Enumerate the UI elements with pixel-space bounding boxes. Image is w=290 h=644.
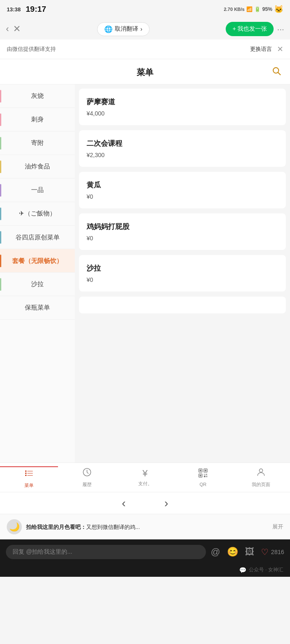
next-page-button[interactable]: › — [158, 493, 175, 513]
translation-provider: 由微信提供翻译支持 — [7, 45, 56, 53]
sidebar-item-label: 沙拉 — [31, 280, 44, 288]
status-time-1: 13:38 — [7, 6, 21, 13]
menu-item-title-2: 二次会课程 — [87, 139, 278, 148]
search-icon — [272, 66, 282, 76]
reply-placeholder: 回复 @拍给我这里的... — [13, 548, 72, 555]
menu-item-price-1: ¥4,000 — [87, 110, 278, 117]
more-button[interactable]: ··· — [277, 24, 284, 34]
sidebar-item-gift[interactable]: 寄附 — [0, 131, 75, 155]
sidebar-item-huishao[interactable]: 灰烧 — [0, 84, 75, 108]
sidebar-item-label: 油炸食品 — [25, 163, 50, 171]
like-area[interactable]: ♡ 2816 — [261, 547, 284, 557]
expand-comment-button[interactable]: 展开 — [272, 523, 283, 531]
menu-card-6 — [79, 297, 286, 313]
nav-label-pay: 支付。 — [138, 481, 152, 487]
sidebar-item-sashimi[interactable]: 刺身 — [0, 108, 75, 131]
sidebar-item-combo[interactable]: 套餐（无限畅饮） — [0, 249, 75, 273]
svg-rect-15 — [204, 474, 205, 475]
svg-rect-16 — [206, 474, 207, 475]
sidebar-item-rice[interactable]: ✈（ご飯物） — [0, 202, 75, 226]
top-toolbar: ‹ ✕ 🌐 取消翻译 › + 我也发一张 ··· — [0, 18, 290, 39]
sidebar: 灰烧 刺身 寄附 油炸食品 一品 ✈（ご飯物） 谷四店原创菜单 套餐（无限畅饮）… — [0, 84, 75, 463]
menu-item-price-2: ¥2,300 — [87, 152, 278, 158]
menu-item-price-3: ¥0 — [87, 193, 278, 200]
page-title: 菜单 — [137, 67, 153, 78]
battery-icon: 🔋 — [254, 6, 261, 12]
nav-item-profile[interactable]: 我的页面 — [232, 467, 290, 488]
sidebar-item-label: 一品 — [31, 186, 44, 194]
chevron-right-icon: › — [140, 26, 142, 32]
menu-item-title-3: 黄瓜 — [87, 180, 278, 190]
sidebar-item-original[interactable]: 谷四店原创菜单 — [0, 226, 75, 249]
menu-item-price-5: ¥0 — [87, 276, 278, 283]
status-time-2: 19:17 — [26, 5, 46, 14]
change-language-button[interactable]: 更换语言 — [250, 45, 272, 53]
main-content: 灰烧 刺身 寄附 油炸食品 一品 ✈（ご飯物） 谷四店原创菜单 套餐（无限畅饮）… — [0, 84, 290, 463]
image-icon[interactable]: 🖼 — [245, 547, 254, 557]
add-photo-label: + 我也发一张 — [232, 25, 267, 33]
prev-page-button[interactable]: ‹ — [115, 493, 132, 513]
wechat-icon: 💬 — [239, 567, 246, 573]
menu-item-title-5: 沙拉 — [87, 263, 278, 273]
menu-card-3: 黄瓜 ¥0 — [79, 172, 286, 208]
sidebar-item-bottle[interactable]: 保瓶菜单 — [0, 296, 75, 320]
sidebar-item-fried[interactable]: 油炸食品 — [0, 155, 75, 179]
history-nav-icon — [82, 467, 92, 480]
qr-nav-icon — [198, 468, 208, 480]
nav-item-pay[interactable]: ¥ 支付。 — [116, 468, 174, 487]
mention-icon[interactable]: @ — [211, 547, 220, 557]
sidebar-item-salad[interactable]: 沙拉 — [0, 273, 75, 296]
signal-icon: 📶 — [246, 6, 253, 12]
svg-rect-14 — [200, 475, 201, 476]
nav-item-qr[interactable]: QR — [174, 468, 232, 487]
svg-rect-6 — [25, 473, 26, 474]
svg-rect-10 — [200, 470, 201, 471]
translate-icon: 🌐 — [104, 25, 113, 33]
emoji-icon[interactable]: 😊 — [227, 547, 238, 557]
sidebar-item-label: 灰烧 — [31, 92, 44, 100]
menu-card-4: 鸡妈妈打屁股 ¥0 — [79, 213, 286, 250]
sidebar-item-label: 谷四店原创菜单 — [16, 233, 60, 242]
reply-input[interactable]: 回复 @拍给我这里的... — [6, 545, 206, 559]
svg-line-1 — [278, 72, 281, 75]
svg-rect-17 — [204, 476, 206, 477]
comment-avatar: 🌙 — [7, 519, 22, 534]
sidebar-item-label: 保瓶菜单 — [25, 304, 50, 312]
status-bar: 13:38 19:17 2.70 KB/s 📶 🔋 95% 🐱 — [0, 0, 290, 18]
svg-rect-18 — [206, 476, 207, 477]
bottom-nav: 菜单 履歴 ¥ 支付。 — [0, 463, 290, 492]
menu-item-title-1: 萨摩赛道 — [87, 97, 278, 107]
reply-icons: @ 😊 🖼 ♡ 2816 — [211, 547, 285, 557]
nav-item-history[interactable]: 履歴 — [58, 467, 116, 488]
close-button[interactable]: ✕ — [13, 24, 21, 34]
heart-icon: ♡ — [261, 547, 269, 557]
pay-nav-icon: ¥ — [142, 468, 148, 479]
pagination-bar: ‹ › — [0, 492, 290, 514]
svg-rect-7 — [25, 475, 26, 476]
network-speed: 2.70 KB/s — [224, 7, 245, 12]
add-photo-button[interactable]: + 我也发一张 — [226, 22, 274, 36]
translate-label: 取消翻译 — [115, 25, 138, 33]
back-button[interactable]: ‹ — [6, 24, 9, 34]
like-count: 2816 — [271, 549, 284, 555]
menu-card-2: 二次会课程 ¥2,300 — [79, 130, 286, 167]
reply-bar: 回复 @拍给我这里的... @ 😊 🖼 ♡ 2816 — [0, 539, 290, 565]
menu-nav-icon — [24, 468, 34, 481]
menu-item-title-4: 鸡妈妈打屁股 — [87, 222, 278, 231]
svg-point-19 — [259, 469, 263, 472]
search-button[interactable] — [272, 66, 282, 78]
menu-card-1: 萨摩赛道 ¥4,000 — [79, 89, 286, 125]
sidebar-item-label: 寄附 — [31, 139, 44, 147]
comment-bar: 🌙 拍给我这里的月色看吧：又想到微信翻译的鸡... 展开 — [0, 514, 290, 539]
close-translation-button[interactable]: ✕ — [277, 45, 283, 54]
battery-pct: 95% — [262, 6, 272, 12]
nav-label-profile: 我的页面 — [252, 481, 270, 488]
translate-button[interactable]: 🌐 取消翻译 › — [97, 22, 150, 36]
nav-item-menu[interactable]: 菜单 — [0, 466, 58, 489]
status-right: 2.70 KB/s 📶 🔋 95% 🐱 — [224, 5, 283, 14]
svg-rect-12 — [205, 470, 206, 471]
nav-label-menu: 菜单 — [24, 482, 34, 489]
content-area: 萨摩赛道 ¥4,000 二次会课程 ¥2,300 黄瓜 ¥0 鸡妈妈打屁股 ¥0… — [75, 84, 290, 463]
sidebar-item-yipin[interactable]: 一品 — [0, 179, 75, 202]
page-title-area: 菜单 — [0, 59, 290, 84]
